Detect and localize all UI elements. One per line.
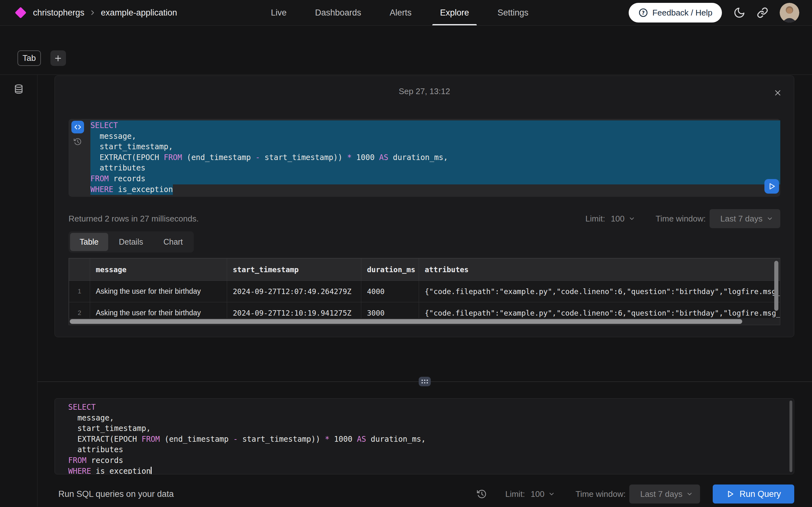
navbar-left: christophergs example-application <box>16 8 177 18</box>
chevron-down-icon <box>548 491 555 498</box>
limit-value: 100 <box>531 489 544 499</box>
column-header-duration-ms[interactable]: duration_ms <box>361 259 419 281</box>
main-nav: Live Dashboards Alerts Explore Settings <box>271 0 528 25</box>
chevron-down-icon <box>686 491 693 498</box>
svg-text:?: ? <box>642 10 645 16</box>
editor-scroll-thumb[interactable] <box>790 400 792 472</box>
cell-num: 1 <box>69 281 90 302</box>
sql-line: EXTRACT(EPOCH FROM (end_timestamp - star… <box>87 153 780 163</box>
close-result-button[interactable] <box>773 89 782 97</box>
sql-line: attributes <box>55 445 794 455</box>
sql-editor[interactable]: SELECT message, start_timestamp, EXTRACT… <box>55 398 794 474</box>
text-cursor <box>151 467 152 474</box>
query-history-button[interactable] <box>71 136 84 147</box>
sql-line: message, <box>87 131 780 142</box>
run-query-button[interactable]: Run Query <box>713 485 794 504</box>
schema-browser-button[interactable] <box>11 81 26 97</box>
column-header-rownum <box>69 259 90 281</box>
tab-table[interactable]: Table <box>70 233 108 251</box>
close-icon <box>773 89 782 97</box>
chevron-down-icon <box>766 215 773 222</box>
cell-dur: 4000 <box>361 281 419 302</box>
cell-attr: {"code.filepath":"example.py","code.line… <box>419 281 780 302</box>
executed-sql-code[interactable]: SELECT message, start_timestamp, EXTRACT… <box>87 119 780 197</box>
query-block-gutter <box>68 119 87 197</box>
toggle-sql-button[interactable] <box>71 121 84 133</box>
add-tab-button[interactable] <box>50 50 66 66</box>
limit-label: Limit: <box>586 214 605 224</box>
nav-item-explore[interactable]: Explore <box>440 0 469 25</box>
table-row[interactable]: 1Asking the user for their birthday2024-… <box>69 281 780 302</box>
plus-icon <box>54 54 62 63</box>
cell-ts: 2024-09-27T12:07:49.264279Z <box>227 281 361 302</box>
app-body: Sep 27, 13:12 <box>0 75 812 507</box>
editor-hint: Run SQL queries on your data <box>55 489 174 499</box>
results-table: message start_timestamp duration_ms attr… <box>69 258 780 324</box>
workspace-tab[interactable]: Tab <box>17 50 41 66</box>
breadcrumb-org[interactable]: christophergs <box>33 8 84 18</box>
sql-line: FROM records <box>87 174 780 184</box>
nav-item-dashboards[interactable]: Dashboards <box>315 0 361 25</box>
tab-details[interactable]: Details <box>109 233 153 251</box>
workspace-tab-bar: Tab <box>0 26 812 75</box>
rerun-query-button[interactable] <box>764 179 779 193</box>
sql-line: FROM records <box>55 455 794 466</box>
history-icon <box>73 137 82 146</box>
top-navbar: christophergs example-application Live D… <box>0 0 812 26</box>
sql-line: WHERE is_exception <box>87 184 780 195</box>
cell-msg: Asking the user for their birthday <box>90 281 227 302</box>
limit-select[interactable]: 100 <box>611 214 635 224</box>
feedback-help-button[interactable]: ? Feedback / Help <box>629 3 722 22</box>
table-horizontal-scrollbar[interactable] <box>69 318 780 325</box>
tab-chart[interactable]: Chart <box>154 233 192 251</box>
theme-toggle-button[interactable] <box>733 7 745 19</box>
breadcrumb: christophergs example-application <box>33 8 177 18</box>
chevron-right-icon <box>89 9 96 16</box>
result-card-header: Sep 27, 13:12 <box>68 87 780 96</box>
time-window-select[interactable]: Last 7 days <box>710 209 780 228</box>
sql-line: SELECT <box>55 402 794 413</box>
table-vertical-scroll-thumb[interactable] <box>774 261 778 311</box>
nav-item-settings[interactable]: Settings <box>497 0 528 25</box>
navbar-right: ? Feedback / Help <box>629 3 799 22</box>
horizontal-scroll-thumb[interactable] <box>70 319 742 324</box>
breadcrumb-project[interactable]: example-application <box>101 8 177 18</box>
nav-item-live[interactable]: Live <box>271 0 287 25</box>
sql-line: SELECT <box>87 120 780 131</box>
link-icon <box>757 7 768 18</box>
result-status: Returned 2 rows in 27 milliseconds. <box>68 214 199 224</box>
sql-line: start_timestamp, <box>55 424 794 434</box>
results-table-container: message start_timestamp duration_ms attr… <box>68 258 780 325</box>
nav-item-alerts[interactable]: Alerts <box>390 0 411 25</box>
feedback-help-label: Feedback / Help <box>653 8 712 18</box>
run-query-label: Run Query <box>740 489 781 499</box>
limit-value: 100 <box>611 214 624 224</box>
limit-label: Limit: <box>505 489 525 499</box>
sql-line: EXTRACT(EPOCH FROM (end_timestamp - star… <box>55 434 794 445</box>
explore-main: Sep 27, 13:12 <box>38 75 812 507</box>
column-header-message[interactable]: message <box>90 259 227 281</box>
code-brackets-icon <box>74 123 82 131</box>
sql-line: message, <box>55 413 794 424</box>
query-history-button[interactable] <box>477 489 487 499</box>
result-meta-row: Returned 2 rows in 27 milliseconds. Limi… <box>68 209 780 228</box>
sql-line: start_timestamp, <box>87 142 780 153</box>
column-header-attributes[interactable]: attributes <box>419 259 780 281</box>
logfire-logo-icon[interactable] <box>15 7 27 19</box>
resize-handle[interactable] <box>419 377 431 386</box>
table-header-row: message start_timestamp duration_ms attr… <box>69 259 780 281</box>
database-icon <box>14 83 24 95</box>
sql-line: attributes <box>87 163 780 174</box>
sql-editor-code[interactable]: SELECT message, start_timestamp, EXTRACT… <box>55 400 794 474</box>
limit-select[interactable]: 100 <box>531 489 555 499</box>
column-header-start-timestamp[interactable]: start_timestamp <box>227 259 361 281</box>
result-view-tabs: Table Details Chart <box>68 231 194 252</box>
result-controls: Limit: 100 Time window: Last 7 days <box>586 209 780 228</box>
time-window-label: Time window: <box>656 214 706 224</box>
pane-divider <box>38 382 812 382</box>
user-avatar[interactable] <box>780 3 799 22</box>
history-icon <box>477 489 487 499</box>
time-window-select[interactable]: Last 7 days <box>629 485 700 504</box>
executed-query-block: SELECT message, start_timestamp, EXTRACT… <box>68 119 780 197</box>
share-link-button[interactable] <box>757 7 768 18</box>
